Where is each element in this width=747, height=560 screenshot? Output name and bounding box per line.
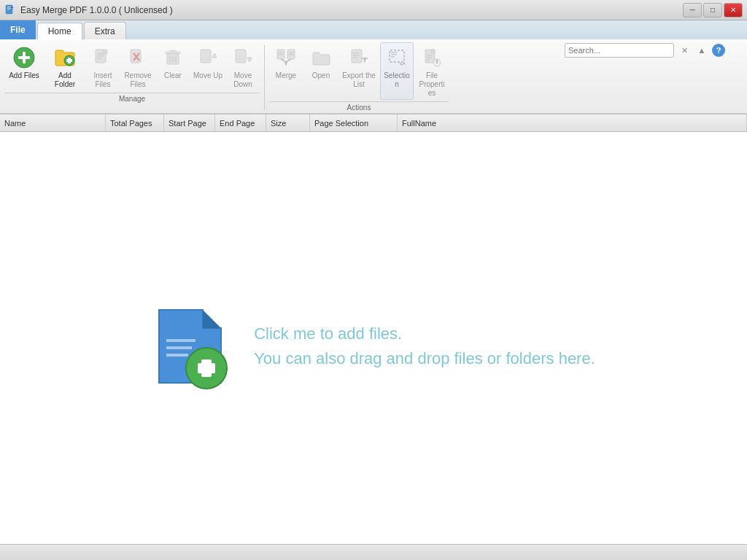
actions-group: Merge Open <box>269 42 449 113</box>
svg-rect-59 <box>166 346 192 349</box>
add-files-large-icon <box>152 303 232 390</box>
remove-files-button[interactable]: Remove Files <box>121 42 155 91</box>
maximize-button[interactable]: □ <box>703 3 722 18</box>
title-bar: Easy Merge PDF 1.0.0.0 ( Unlicensed ) ─ … <box>0 0 747 20</box>
status-bar <box>0 544 747 560</box>
selection-label: Selection <box>382 71 411 89</box>
title-controls: ─ □ ✕ <box>683 3 743 18</box>
search-row: ✕ ▲ ? <box>565 41 725 60</box>
add-files-label: Add Files <box>9 71 39 80</box>
actions-group-label: Actions <box>269 101 449 113</box>
drop-area[interactable]: Click me to add files. You can also drag… <box>152 303 595 390</box>
clear-button[interactable]: Clear <box>156 42 190 91</box>
svg-rect-38 <box>352 50 362 63</box>
svg-marker-51 <box>431 50 435 53</box>
help-button[interactable]: ? <box>712 44 725 57</box>
svg-rect-13 <box>98 53 104 55</box>
svg-rect-63 <box>198 363 215 373</box>
manage-group-label: Manage <box>4 93 260 104</box>
search-input[interactable] <box>565 43 674 58</box>
merge-label: Merge <box>276 71 296 80</box>
svg-rect-52 <box>427 55 432 56</box>
svg-rect-25 <box>201 50 211 63</box>
svg-rect-2 <box>7 8 11 9</box>
svg-rect-14 <box>98 55 104 57</box>
manage-group: Add Files Add Folder <box>4 42 260 113</box>
remove-files-icon <box>126 46 150 69</box>
svg-marker-26 <box>212 53 217 58</box>
export-list-icon <box>347 46 371 69</box>
col-start-page: Start Page <box>164 114 215 131</box>
svg-line-49 <box>400 63 403 65</box>
svg-rect-15 <box>98 58 101 59</box>
minimize-button[interactable]: ─ <box>683 3 702 18</box>
file-properties-icon <box>420 46 444 69</box>
col-name: Name <box>0 114 106 131</box>
app-icon <box>4 4 16 16</box>
main-content[interactable]: Click me to add files. You can also drag… <box>0 132 747 560</box>
add-files-button[interactable]: Add Files <box>4 42 44 91</box>
svg-marker-28 <box>247 58 252 62</box>
col-end-page: End Page <box>215 114 266 131</box>
export-list-label: Export the List <box>341 71 376 89</box>
merge-icon <box>274 46 298 69</box>
export-list-button[interactable]: Export the List <box>339 42 379 100</box>
svg-rect-10 <box>66 59 72 62</box>
col-total-pages: Total Pages <box>106 114 164 131</box>
selection-icon <box>385 46 409 69</box>
svg-rect-34 <box>289 54 293 55</box>
search-clear-button[interactable]: ✕ <box>677 43 692 58</box>
title-text: Easy Merge PDF 1.0.0.0 ( Unlicensed ) <box>20 5 173 15</box>
move-up-label: Move Up <box>193 71 222 80</box>
svg-line-37 <box>286 59 291 62</box>
move-up-icon <box>196 46 220 69</box>
svg-rect-56 <box>436 61 438 63</box>
close-button[interactable]: ✕ <box>724 3 743 18</box>
svg-rect-41 <box>353 57 357 58</box>
hint-line1: Click me to add files. <box>254 324 402 343</box>
svg-rect-58 <box>166 339 196 342</box>
add-files-icon <box>12 46 36 69</box>
toolbar-separator <box>264 45 265 110</box>
svg-point-57 <box>436 60 438 61</box>
col-fullname: FullName <box>398 114 747 131</box>
merge-button[interactable]: Merge <box>269 42 303 100</box>
insert-files-label: Insert Files <box>88 71 117 89</box>
svg-rect-46 <box>391 54 397 55</box>
tab-extra[interactable]: Extra <box>84 22 126 39</box>
remove-files-label: Remove Files <box>123 71 152 89</box>
move-up-button[interactable]: Move Up <box>191 42 225 91</box>
hint-line2: You can also drag and drop files or fold… <box>254 349 595 368</box>
ribbon: File Home Extra ✕ ▲ ? <box>0 20 747 114</box>
svg-rect-1 <box>7 7 11 7</box>
svg-rect-53 <box>427 57 432 58</box>
add-folder-button[interactable]: Add Folder <box>45 42 85 91</box>
svg-rect-30 <box>279 52 283 53</box>
insert-files-button[interactable]: Insert Files <box>86 42 120 91</box>
search-up-button[interactable]: ▲ <box>694 43 709 58</box>
insert-files-icon <box>91 46 115 69</box>
move-down-label: Move Down <box>228 71 258 89</box>
move-down-button[interactable]: Move Down <box>226 42 260 91</box>
open-label: Open <box>312 71 330 80</box>
actions-group-items: Merge Open <box>269 42 449 100</box>
file-properties-button[interactable]: File Properties <box>415 42 449 100</box>
svg-rect-43 <box>362 58 368 59</box>
clear-label: Clear <box>164 71 182 80</box>
svg-rect-31 <box>279 54 283 55</box>
svg-rect-24 <box>169 50 177 52</box>
open-button[interactable]: Open <box>304 42 338 100</box>
svg-line-36 <box>281 59 286 62</box>
svg-marker-35 <box>285 62 287 66</box>
tab-file[interactable]: File <box>0 20 36 39</box>
title-bar-left: Easy Merge PDF 1.0.0.0 ( Unlicensed ) <box>4 4 173 16</box>
manage-group-items: Add Files Add Folder <box>4 42 260 91</box>
selection-button[interactable]: Selection <box>380 42 414 100</box>
tab-home[interactable]: Home <box>37 23 82 40</box>
col-size: Size <box>266 114 310 131</box>
table-header: Name Total Pages Start Page End Page Siz… <box>0 114 747 132</box>
svg-rect-40 <box>353 55 359 56</box>
svg-rect-39 <box>353 52 359 54</box>
open-icon <box>309 46 333 69</box>
svg-rect-47 <box>391 56 395 58</box>
